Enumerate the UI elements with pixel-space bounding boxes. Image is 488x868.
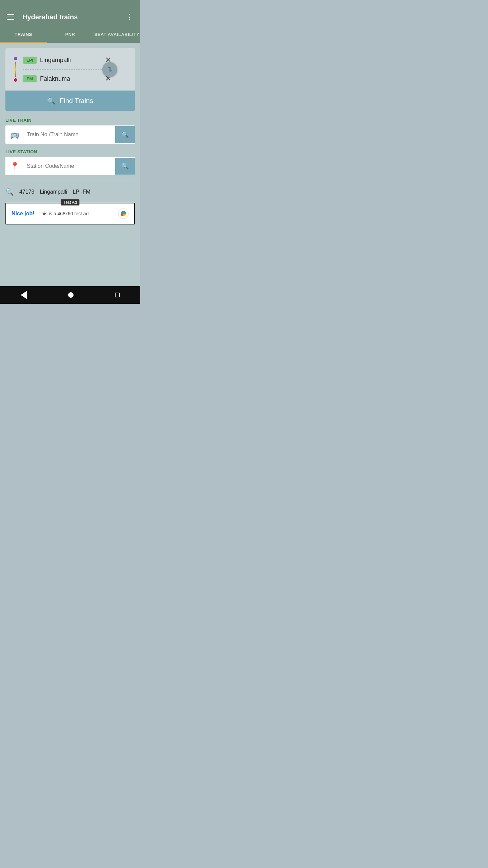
recents-icon (115, 293, 120, 297)
ad-banner: Test Ad Nice job! This is a 468x60 test … (5, 203, 135, 224)
from-station-name: Lingampalli (40, 57, 104, 64)
back-icon (21, 291, 27, 299)
main-content: LPI Lingampalli ✕ FM Falaknuma ✕ (0, 43, 140, 286)
to-station-name: Falaknuma (40, 75, 104, 82)
live-station-input-card: 📍 🔍 (5, 157, 135, 175)
station-rows-wrapper: LPI Lingampalli ✕ FM Falaknuma ✕ (5, 48, 135, 91)
location-icon: 📍 (5, 157, 24, 175)
ad-logo (118, 208, 129, 219)
live-station-search-icon: 🔍 (121, 163, 129, 170)
ad-content: Nice job! This is a 468x60 test ad. (6, 203, 134, 224)
tab-seat-availability[interactable]: SEAT AVAILABILITY (94, 27, 140, 43)
recent-search-icon: 🔍 (5, 188, 14, 196)
ad-label: Test Ad (61, 199, 79, 205)
tab-trains[interactable]: TRAINS (0, 27, 47, 43)
route-line (11, 51, 20, 88)
live-train-input[interactable] (24, 127, 115, 142)
recent-train-number: 47173 (19, 189, 35, 195)
live-train-input-card: 🚌 🔍 (5, 125, 135, 144)
recent-search-row[interactable]: 🔍 47173 Lingampalli LPI-FM (5, 186, 135, 197)
to-station-code-badge: FM (23, 75, 37, 82)
home-icon (68, 292, 74, 298)
live-train-label: LIVE TRAIN (5, 116, 135, 125)
live-train-section: LIVE TRAIN 🚌 🔍 (5, 116, 135, 144)
route-dot-bottom (14, 78, 17, 82)
nav-recents-button[interactable] (112, 290, 122, 300)
find-trains-label: Find Trains (60, 97, 93, 105)
swap-stations-button[interactable]: ⇅ (102, 62, 117, 77)
ad-nice-job: Nice job! (12, 211, 35, 217)
live-station-label: LIVE STATION (5, 145, 135, 157)
live-train-search-button[interactable]: 🔍 (115, 126, 135, 143)
search-card: LPI Lingampalli ✕ FM Falaknuma ✕ (5, 48, 135, 111)
recent-station-name: Lingampalli (40, 189, 67, 195)
find-trains-button[interactable]: 🔍 Find Trains (5, 91, 135, 111)
nav-back-button[interactable] (18, 288, 29, 302)
live-station-search-button[interactable]: 🔍 (115, 158, 135, 175)
find-trains-search-icon: 🔍 (47, 97, 56, 105)
ad-description: This is a 468x60 test ad. (39, 211, 114, 216)
app-bar: Hyderabad trains ⋮ (0, 0, 140, 27)
train-icon: 🚌 (5, 125, 24, 144)
live-station-section: LIVE STATION 📍 🔍 (5, 145, 135, 175)
live-train-search-icon: 🔍 (121, 131, 129, 138)
more-options-button[interactable]: ⋮ (124, 11, 135, 23)
from-station-code-badge: LPI (23, 57, 37, 64)
tab-bar: TRAINS PNR SEAT AVAILABILITY (0, 27, 140, 43)
tab-pnr[interactable]: PNR (47, 27, 94, 43)
swap-icon: ⇅ (107, 66, 113, 73)
hamburger-menu-button[interactable] (5, 13, 16, 21)
route-connector (15, 62, 16, 77)
route-dot-top (14, 57, 17, 60)
recent-route-code: LPI-FM (73, 189, 90, 195)
nav-home-button[interactable] (65, 290, 76, 300)
app-title: Hyderabad trains (22, 13, 124, 21)
live-station-input[interactable] (24, 158, 115, 174)
bottom-nav (0, 286, 140, 304)
recent-divider (5, 181, 135, 181)
